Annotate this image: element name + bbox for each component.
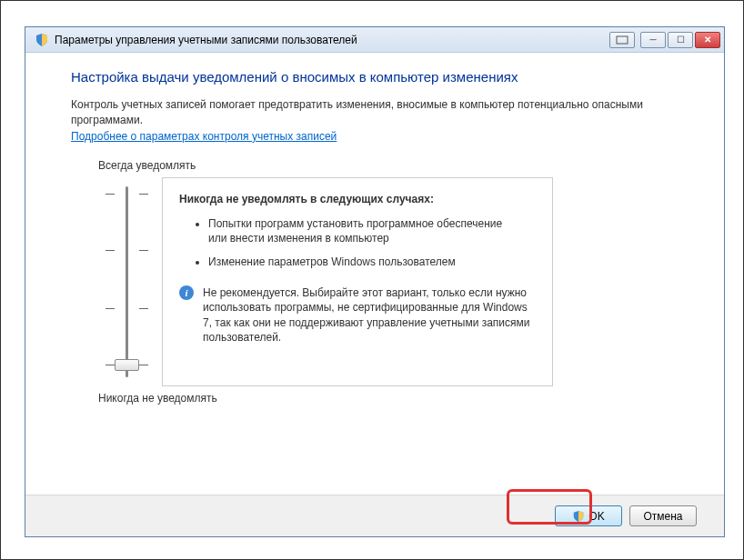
learn-more-link[interactable]: Подробнее о параметрах контроля учетных … xyxy=(71,130,337,143)
list-item: Попытки программ установить программное … xyxy=(208,216,536,245)
panel-list: Попытки программ установить программное … xyxy=(208,216,536,270)
list-item: Изменение параметров Windows пользовател… xyxy=(208,255,536,269)
panel-title: Никогда не уведомлять в следующих случая… xyxy=(179,193,536,205)
close-icon: ✕ xyxy=(704,35,711,45)
maximize-button[interactable]: ☐ xyxy=(668,32,693,48)
window-title: Параметры управления учетными записями п… xyxy=(55,34,609,46)
slider-area: Всегда уведомлять xyxy=(98,159,679,410)
minimize-button[interactable]: ─ xyxy=(640,32,666,48)
ok-button-label: OK xyxy=(588,510,604,523)
outer-border: Параметры управления учетными записями п… xyxy=(0,0,744,560)
tick xyxy=(106,250,115,251)
shield-icon xyxy=(35,33,49,47)
uac-window: Параметры управления учетными записями п… xyxy=(25,26,725,537)
tick xyxy=(106,308,115,309)
info-icon: i xyxy=(179,285,194,300)
theme-button[interactable] xyxy=(609,32,635,48)
window-controls: ─ ☐ ✕ xyxy=(640,32,720,48)
titlebar: Параметры управления учетными записями п… xyxy=(25,27,724,53)
content-area: Настройка выдачи уведомлений о вносимых … xyxy=(25,53,724,495)
maximize-icon: ☐ xyxy=(677,35,685,45)
tick xyxy=(139,250,148,251)
svg-rect-0 xyxy=(617,36,628,44)
intro-text: Контроль учетных записей помогает предот… xyxy=(71,97,679,128)
slider-row: Никогда не уведомлять в следующих случая… xyxy=(98,177,679,386)
slider-bottom-label: Никогда не уведомлять xyxy=(98,392,679,405)
minimize-icon: ─ xyxy=(649,35,656,45)
titlebar-extras xyxy=(609,32,635,48)
slider-column xyxy=(98,177,162,386)
warning-row: i Не рекомендуется. Выбирайте этот вариа… xyxy=(179,285,536,345)
warning-text: Не рекомендуется. Выбирайте этот вариант… xyxy=(203,285,536,345)
cancel-button-label: Отмена xyxy=(643,510,682,523)
ok-button[interactable]: OK xyxy=(555,505,622,526)
tick xyxy=(106,365,115,365)
tick xyxy=(139,308,148,309)
slider-top-label: Всегда уведомлять xyxy=(98,159,679,172)
shield-icon xyxy=(572,510,585,523)
page-heading: Настройка выдачи уведомлений о вносимых … xyxy=(71,69,679,85)
description-panel: Никогда не уведомлять в следующих случая… xyxy=(162,177,553,386)
tick xyxy=(139,194,148,195)
tick xyxy=(106,194,115,195)
cancel-button[interactable]: Отмена xyxy=(629,505,697,526)
tick xyxy=(139,365,148,365)
slider-thumb[interactable] xyxy=(115,359,139,371)
slider-track[interactable] xyxy=(126,186,128,377)
close-button[interactable]: ✕ xyxy=(695,32,720,48)
button-bar: OK Отмена xyxy=(25,495,724,536)
